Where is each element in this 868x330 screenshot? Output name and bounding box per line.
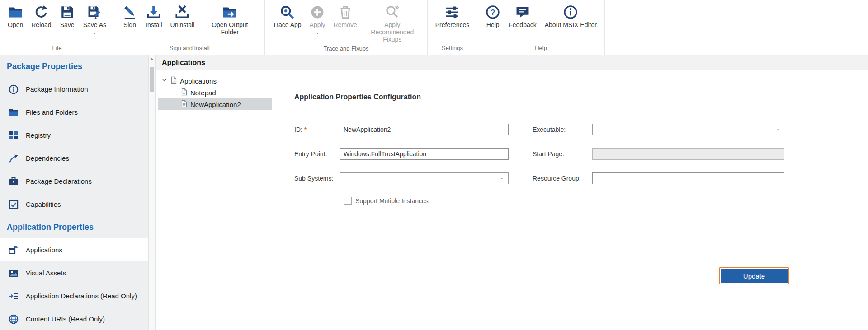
app-declarations-icon [8,291,19,302]
id-label-text: ID: [294,126,302,133]
install-icon [146,5,161,20]
ribbon-toolbar: OpenReloadSaveSave AsFileSignInstallUnin… [0,0,868,55]
sidebar-item-package-information[interactable]: Package Information [0,78,148,101]
start-page-label: Start Page: [533,150,592,158]
sidebar-item-registry[interactable]: Registry [0,124,148,147]
ribbon-preferences-button[interactable]: Preferences [431,4,473,29]
sidebar-item-label: Application Declarations (Read Only) [26,292,137,300]
ribbon-trace-app-button[interactable]: Trace App [269,4,305,29]
executable-dropdown[interactable] [592,124,784,135]
sidebar-item-capabilities[interactable]: Capabilities [0,193,148,216]
chevron-down-icon [315,29,320,37]
ribbon-group-trace-and-fixups: Trace AppApplyRemoveApply Recommended Fi… [265,0,427,55]
main-body: ApplicationsNotepadNewApplication2 Appli… [156,70,868,330]
uninstall-icon [175,5,190,20]
sidebar-heading-application-properties: Application Properties [0,216,148,238]
ribbon-install-button[interactable]: Install [142,4,166,29]
registry-icon [8,130,19,141]
id-input[interactable] [340,124,509,135]
tree-item-notepad[interactable]: Notepad [158,87,272,98]
sidebar-item-label: Package Information [26,85,88,93]
ribbon-item-label: Uninstall [170,21,195,28]
ribbon-save-as-button[interactable]: Save As [79,4,110,38]
chevron-down-icon [500,174,505,182]
ribbon-group-label-file: File [4,43,110,55]
feedback-icon [515,5,530,20]
ribbon-item-label: Open [8,21,23,28]
ribbon-item-label: Sign [123,21,136,28]
required-asterisk: * [304,126,307,133]
remove-icon [338,5,353,20]
entry-point-input[interactable] [340,148,509,160]
form-row-2: Entry Point: Start Page: [294,148,868,160]
applications-tree: ApplicationsNotepadNewApplication2 [156,70,272,330]
sidebar-item-application-declarations-read-only[interactable]: Application Declarations (Read Only) [0,284,148,307]
resource-group-label: Resource Group: [533,175,592,182]
ribbon-item-label: Install [146,21,162,28]
capabilities-icon [8,199,19,210]
ribbon-item-label: Save As [83,21,106,28]
sidebar-item-applications[interactable]: Applications [0,238,148,261]
ribbon-help-button[interactable]: ?Help [481,4,505,29]
content-area: Package PropertiesPackage InformationFil… [0,55,868,330]
ribbon-item-label: Reload [31,21,51,28]
resource-group-input[interactable] [592,172,784,184]
ribbon-open-output-folder-button[interactable]: Open Output Folder [198,4,261,37]
visual-assets-icon [8,268,19,279]
ribbon-group-label-help: Help [481,43,601,55]
update-button[interactable]: Update [721,269,788,283]
folder-icon [8,107,19,118]
form-row-1: ID: * Executable: [294,124,868,135]
tree-item-label: Notepad [190,89,216,97]
sidebar-item-dependencies[interactable]: Dependencies [0,147,148,170]
scrollbar-thumb[interactable] [150,67,154,92]
ribbon-group-file: OpenReloadSaveSave AsFile [0,0,114,55]
sidebar-item-package-declarations[interactable]: Package Declarations [0,170,148,193]
sidebar-scrollbar[interactable] [148,55,156,330]
form-heading: Application Properties Configuration [294,93,868,101]
save-as-icon [87,5,102,20]
ribbon-reload-button[interactable]: Reload [27,4,55,29]
ribbon-group-settings: PreferencesSettings [428,0,477,55]
form-row-3: Sub Systems: Resource Group: [294,172,868,184]
declarations-icon [8,176,19,187]
sub-systems-dropdown[interactable] [340,172,509,184]
tree-root-label: Applications [180,77,217,85]
ribbon-uninstall-button[interactable]: Uninstall [166,4,199,29]
main-panel: Applications ApplicationsNotepadNewAppli… [156,55,868,330]
ribbon-remove-button: Remove [330,4,361,29]
support-multiple-instances-checkbox[interactable]: Support Mutiple Instances [344,197,429,205]
chevron-down-icon [92,29,97,37]
sidebar-item-files-and-folders[interactable]: Files and Folders [0,101,148,124]
tree-root-applications[interactable]: Applications [158,75,272,87]
ribbon-group-sign-and-install: SignInstallUninstallOpen Output FolderSi… [114,0,265,55]
ribbon-item-label: Trace App [273,21,301,28]
scrollbar-up-arrow-icon[interactable] [150,58,154,60]
svg-text:?: ? [491,8,495,17]
ribbon-save-button[interactable]: Save [56,4,79,29]
tree-expander-icon[interactable] [161,77,168,85]
ribbon-open-button[interactable]: Open [4,4,27,29]
ribbon-item-label: Feedback [509,21,536,28]
sidebar-item-visual-assets[interactable]: Visual Assets [0,261,148,284]
tree-item-label: NewApplication2 [190,101,241,108]
sub-systems-label: Sub Systems: [294,175,340,182]
globe-icon [8,314,19,325]
ribbon-about-msix-editor-button[interactable]: About MSIX Editor [541,4,601,29]
application-properties-form: Application Properties Configuration ID:… [272,70,868,330]
ribbon-sign-button[interactable]: Sign [118,4,142,29]
document-icon [180,88,188,97]
checkbox-box[interactable] [344,197,352,205]
sidebar-item-label: Dependencies [26,154,69,162]
ribbon-feedback-button[interactable]: Feedback [505,4,540,29]
form-row-4: Support Mutiple Instances [294,197,868,205]
panel-title: Applications [162,59,205,67]
entry-point-label: Entry Point: [294,150,340,158]
ribbon-item-label: Preferences [435,21,469,28]
sidebar-item-label: Content URIs (Read Only) [26,315,105,323]
sidebar-item-content-uris-read-only[interactable]: Content URIs (Read Only) [0,307,148,330]
ribbon-item-label: Remove [334,21,357,28]
tree-item-newapplication2[interactable]: NewApplication2 [158,98,272,110]
help-icon: ? [485,5,500,20]
msix-editor-window: OpenReloadSaveSave AsFileSignInstallUnin… [0,0,868,330]
